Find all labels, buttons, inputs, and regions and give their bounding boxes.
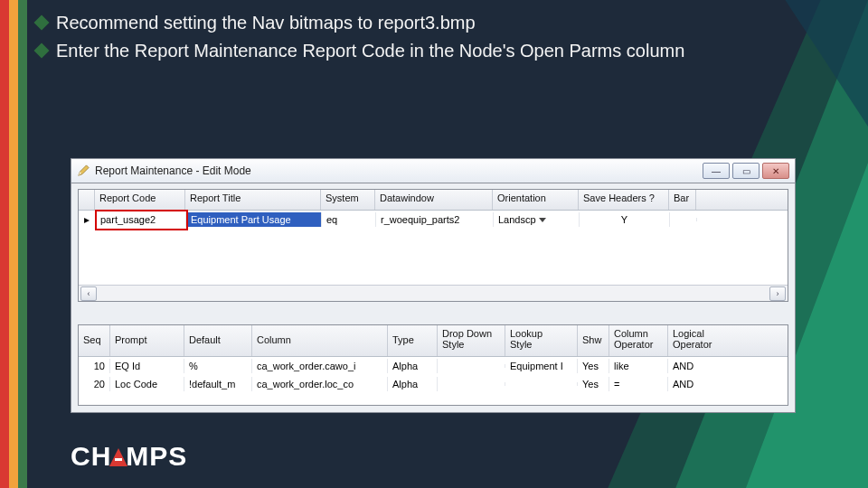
bullet-text: Recommend setting the Nav bitmaps to rep… xyxy=(56,11,476,35)
table-row[interactable]: 20 Loc Code !default_m ca_work_order.loc… xyxy=(79,375,788,393)
top-grid[interactable]: Report Code Report Title System Datawind… xyxy=(78,189,788,302)
screenshot-window: Report Maintenance - Edit Mode — ▭ ✕ Rep… xyxy=(71,158,796,413)
titlebar[interactable]: Report Maintenance - Edit Mode — ▭ ✕ xyxy=(71,159,795,183)
bullet-1: Recommend setting the Nav bitmaps to rep… xyxy=(34,11,850,35)
row-marker-icon: ▸ xyxy=(79,211,96,229)
orientation-value: Landscp xyxy=(498,214,536,225)
bullet-2: Enter the Report Maintenance Report Code… xyxy=(34,39,850,63)
bullet-icon xyxy=(34,15,50,31)
col-save-headers[interactable]: Save Headers ? xyxy=(579,190,669,210)
cell-orientation[interactable]: Landscp xyxy=(494,212,580,227)
cell-datawindow[interactable]: r_woequip_parts2 xyxy=(376,212,494,227)
table-row[interactable]: 10 EQ Id % ca_work_order.cawo_i Alpha Eq… xyxy=(79,357,788,375)
col-bar[interactable]: Bar xyxy=(669,190,696,210)
col-prompt[interactable]: Prompt xyxy=(110,325,184,356)
col-column-operator[interactable]: Column Operator xyxy=(609,325,668,356)
bottom-grid[interactable]: Seq Prompt Default Column Type Drop Down… xyxy=(78,324,788,406)
col-shw[interactable]: Shw xyxy=(578,325,609,356)
col-type[interactable]: Type xyxy=(388,325,438,356)
col-dropdown-style[interactable]: Drop Down Style xyxy=(438,325,505,356)
col-orientation[interactable]: Orientation xyxy=(493,190,579,210)
col-lookup-style[interactable]: Lookup Style xyxy=(505,325,578,356)
col-default[interactable]: Default xyxy=(184,325,252,356)
top-grid-wrap: Report Code Report Title System Datawind… xyxy=(78,189,788,302)
logo-a-icon xyxy=(109,448,127,466)
col-logical-operator[interactable]: Logical Operator xyxy=(668,325,722,356)
pencil-icon xyxy=(77,164,90,177)
bottom-grid-header: Seq Prompt Default Column Type Drop Down… xyxy=(79,325,788,357)
table-row[interactable]: ▸ part_usage2 Equipment Part Usage eq r_… xyxy=(79,211,788,229)
h-scrollbar[interactable]: ‹ › xyxy=(79,285,788,301)
cell-report-code[interactable]: part_usage2 xyxy=(96,212,186,227)
col-system[interactable]: System xyxy=(321,190,375,210)
accent-stripes xyxy=(0,0,27,488)
bullet-icon xyxy=(34,43,50,59)
col-datawindow[interactable]: Datawindow xyxy=(375,190,493,210)
cell-bar[interactable] xyxy=(670,218,697,221)
scroll-right-button[interactable]: › xyxy=(769,286,786,301)
cell-system[interactable]: eq xyxy=(322,212,376,227)
bottom-grid-wrap: Seq Prompt Default Column Type Drop Down… xyxy=(78,324,788,406)
window-title: Report Maintenance - Edit Mode xyxy=(95,164,703,177)
champs-logo: CHMPS xyxy=(71,441,187,472)
col-report-code[interactable]: Report Code xyxy=(95,190,185,210)
maximize-button[interactable]: ▭ xyxy=(732,163,760,179)
minimize-button[interactable]: — xyxy=(703,163,730,179)
close-button[interactable]: ✕ xyxy=(762,163,789,179)
col-column[interactable]: Column xyxy=(252,325,388,356)
col-report-title[interactable]: Report Title xyxy=(185,190,321,210)
bullet-text: Enter the Report Maintenance Report Code… xyxy=(56,39,684,63)
col-seq[interactable]: Seq xyxy=(79,325,110,356)
bullet-list: Recommend setting the Nav bitmaps to rep… xyxy=(34,7,850,67)
chevron-down-icon xyxy=(539,218,546,222)
top-grid-header: Report Code Report Title System Datawind… xyxy=(79,190,788,211)
slide: Recommend setting the Nav bitmaps to rep… xyxy=(0,0,868,488)
scroll-left-button[interactable]: ‹ xyxy=(80,286,97,301)
cell-report-title[interactable]: Equipment Part Usage xyxy=(186,212,322,227)
cell-save-headers[interactable]: Y xyxy=(580,212,670,227)
